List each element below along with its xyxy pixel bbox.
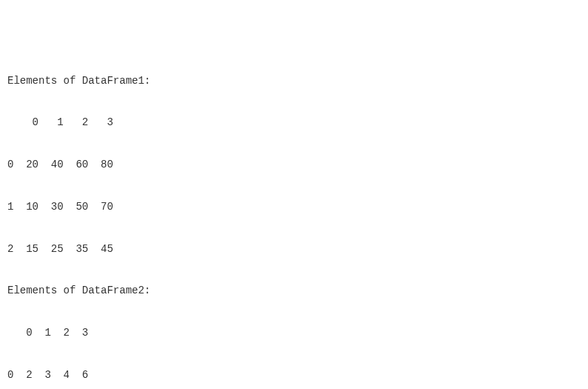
df1-row-2: 2 15 25 35 45 bbox=[7, 241, 581, 257]
df1-row-1: 1 10 30 50 70 bbox=[7, 199, 581, 215]
df2-header: 0 1 2 3 bbox=[7, 325, 581, 341]
df2-title: Elements of DataFrame2: bbox=[7, 282, 581, 299]
df1-title: Elements of DataFrame1: bbox=[7, 73, 581, 89]
df1-header: 0 1 2 3 bbox=[7, 114, 581, 130]
df2-row-0: 0 2 3 4 6 bbox=[7, 367, 581, 383]
df1-row-0: 0 20 40 60 80 bbox=[7, 156, 581, 173]
